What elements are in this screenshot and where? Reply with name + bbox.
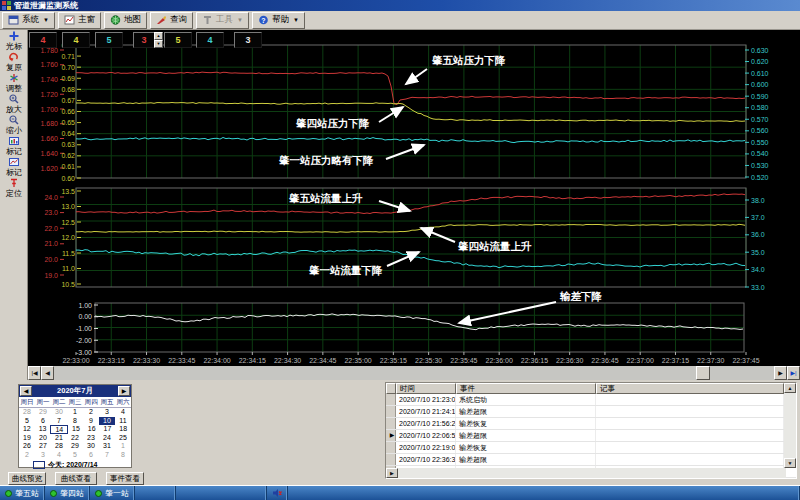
spinner-up-icon[interactable]: ▲ bbox=[154, 32, 163, 40]
calendar-day-selected[interactable]: 10 bbox=[99, 417, 115, 426]
table-row[interactable]: 2020/7/10 21:56:20输差恢复 bbox=[386, 418, 796, 430]
counter-spinner[interactable]: ▲▼ bbox=[154, 32, 163, 48]
calendar-day[interactable]: 9 bbox=[83, 417, 99, 426]
table-row[interactable]: 2020/7/10 21:24:14输差超限 bbox=[386, 406, 796, 418]
station-tab-2[interactable]: 肇四站 bbox=[45, 486, 90, 500]
calendar-day[interactable]: 3 bbox=[99, 408, 115, 417]
scroll-first-icon[interactable]: |◀ bbox=[28, 366, 41, 380]
table-row[interactable]: 2020/7/10 22:36:30输差超限 bbox=[386, 454, 796, 466]
calendar-day[interactable]: 23 bbox=[83, 434, 99, 443]
station-tab-3[interactable]: 肇一站 bbox=[90, 486, 135, 500]
table-vscrollbar[interactable]: ▲▼ bbox=[784, 383, 796, 468]
calendar-day[interactable]: 28 bbox=[51, 442, 67, 451]
calendar-day[interactable]: 3 bbox=[35, 451, 51, 460]
calendar-day[interactable]: 4 bbox=[115, 408, 131, 417]
calendar-day[interactable]: 24 bbox=[99, 434, 115, 443]
table-hscrollbar[interactable]: ◀▶ bbox=[386, 468, 786, 478]
calendar-day[interactable]: 18 bbox=[115, 425, 131, 434]
table-row[interactable]: 2020/7/10 21:23:00系统启动 bbox=[386, 394, 796, 406]
scroll-right-icon[interactable]: ▶ bbox=[386, 468, 398, 478]
channel-counter-3[interactable]: 5 bbox=[95, 32, 123, 48]
calendar-day[interactable]: 2 bbox=[83, 408, 99, 417]
calendar-day[interactable]: 8 bbox=[115, 451, 131, 460]
channel-counter-7[interactable]: 3 bbox=[234, 32, 262, 48]
menu-map-button[interactable]: 地图 bbox=[104, 12, 147, 29]
calendar-day[interactable]: 13 bbox=[35, 425, 51, 434]
column-header-1[interactable]: 时间 bbox=[396, 383, 456, 394]
calendar-day[interactable]: 30 bbox=[83, 442, 99, 451]
calendar-day[interactable]: 7 bbox=[51, 417, 67, 426]
sidebar-item-restore[interactable]: 复原 bbox=[0, 51, 28, 72]
menu-help-button[interactable]: ?帮助▼ bbox=[252, 12, 305, 29]
calendar-day[interactable]: 21 bbox=[51, 434, 67, 443]
calendar-next-button[interactable]: ▶ bbox=[118, 386, 130, 396]
curve-preview-button[interactable]: 曲线预览 bbox=[8, 472, 46, 485]
calendar-day[interactable]: 31 bbox=[99, 442, 115, 451]
calendar-day[interactable]: 29 bbox=[35, 408, 51, 417]
calendar-day[interactable]: 19 bbox=[19, 434, 35, 443]
sidebar-item-mark-1[interactable]: 标记 bbox=[0, 135, 28, 156]
calendar-day[interactable]: 7 bbox=[99, 451, 115, 460]
scroll-left-icon[interactable]: ◀ bbox=[41, 366, 54, 380]
calendar-day[interactable]: 8 bbox=[67, 417, 83, 426]
calendar-day[interactable]: 29 bbox=[67, 442, 83, 451]
column-header-3[interactable]: 记事 bbox=[596, 383, 784, 394]
menu-query-button[interactable]: 查询 bbox=[150, 12, 193, 29]
calendar-day[interactable]: 12 bbox=[19, 425, 35, 434]
calendar-day[interactable]: 26 bbox=[19, 442, 35, 451]
menu-main-window-button[interactable]: 主窗 bbox=[58, 12, 101, 29]
column-header-2[interactable]: 事件 bbox=[456, 383, 596, 394]
table-row[interactable]: 2020/7/10 22:19:06输差恢复 bbox=[386, 442, 796, 454]
calendar-day[interactable]: 30 bbox=[51, 408, 67, 417]
calendar-day[interactable]: 2 bbox=[19, 451, 35, 460]
channel-counter-5[interactable]: 5 bbox=[164, 32, 192, 48]
calendar-prev-button[interactable]: ◀ bbox=[20, 386, 32, 396]
scroll-down-icon[interactable]: ▼ bbox=[784, 458, 796, 468]
calendar-day[interactable]: 28 bbox=[19, 408, 35, 417]
calendar-day[interactable]: 15 bbox=[68, 425, 84, 434]
calendar-day[interactable]: 16 bbox=[84, 425, 100, 434]
channel-counter-1[interactable]: 4 bbox=[29, 32, 57, 48]
sound-muted-icon[interactable] bbox=[267, 486, 288, 500]
chevron-down-icon: ▼ bbox=[293, 17, 299, 23]
scroll-up-icon[interactable]: ▲ bbox=[784, 383, 796, 393]
channel-counter-4[interactable]: 3 bbox=[133, 32, 155, 48]
sidebar-item-locate[interactable]: 定位 bbox=[0, 177, 28, 198]
calendar-day[interactable]: 27 bbox=[35, 442, 51, 451]
sidebar-item-cursor[interactable]: 光标 bbox=[0, 30, 28, 51]
calendar-day[interactable]: 5 bbox=[67, 451, 83, 460]
channel-counter-6[interactable]: 4 bbox=[196, 32, 224, 48]
calendar-day[interactable]: 6 bbox=[83, 451, 99, 460]
event-name: 输差恢复 bbox=[456, 418, 596, 429]
scroll-right-icon[interactable]: ▶ bbox=[774, 366, 787, 380]
calendar-day[interactable]: 1 bbox=[67, 408, 83, 417]
menu-system-button[interactable]: 系统▼ bbox=[2, 12, 55, 29]
scroll-thumb[interactable] bbox=[696, 366, 710, 380]
sidebar-item-zoom-out[interactable]: 缩小 bbox=[0, 114, 28, 135]
calendar-day[interactable]: 6 bbox=[35, 417, 51, 426]
calendar-day-today[interactable]: 14 bbox=[50, 425, 68, 434]
calendar-day[interactable]: 20 bbox=[35, 434, 51, 443]
sidebar-item-mark-2[interactable]: 标记 bbox=[0, 156, 28, 177]
menu-main-window-label: 主窗 bbox=[78, 14, 95, 26]
calendar-day[interactable]: 4 bbox=[51, 451, 67, 460]
sidebar-item-zoom-in[interactable]: 放大 bbox=[0, 93, 28, 114]
menu-tools-button[interactable]: 工具▼ bbox=[196, 12, 249, 29]
calendar-day[interactable]: 11 bbox=[115, 417, 131, 426]
calendar-day[interactable]: 1 bbox=[115, 442, 131, 451]
scroll-last-icon[interactable]: ▶| bbox=[787, 366, 800, 380]
trend-charts[interactable]: 1.7801.7601.7401.7201.7001.6801.6601.640… bbox=[28, 30, 800, 366]
curve-view-button[interactable]: 曲线查看 bbox=[55, 472, 97, 485]
event-view-button[interactable]: 事件查看 bbox=[106, 472, 144, 485]
spinner-down-icon[interactable]: ▼ bbox=[154, 40, 163, 48]
chart-time-scrollbar[interactable]: |◀ ◀ ▶ ▶| bbox=[28, 366, 800, 380]
sidebar-item-adjust[interactable]: 调整 bbox=[0, 72, 28, 93]
calendar-day[interactable]: 22 bbox=[67, 434, 83, 443]
calendar-day[interactable]: 5 bbox=[19, 417, 35, 426]
calendar-day[interactable]: 25 bbox=[115, 434, 131, 443]
table-row[interactable]: ▶2020/7/10 22:06:57输差超限 bbox=[386, 430, 796, 442]
calendar-day[interactable]: 17 bbox=[100, 425, 116, 434]
channel-counter-2[interactable]: 4 bbox=[62, 32, 90, 48]
station-tab-1[interactable]: 肇五站 bbox=[0, 486, 45, 500]
annotation-arrow bbox=[459, 302, 556, 323]
